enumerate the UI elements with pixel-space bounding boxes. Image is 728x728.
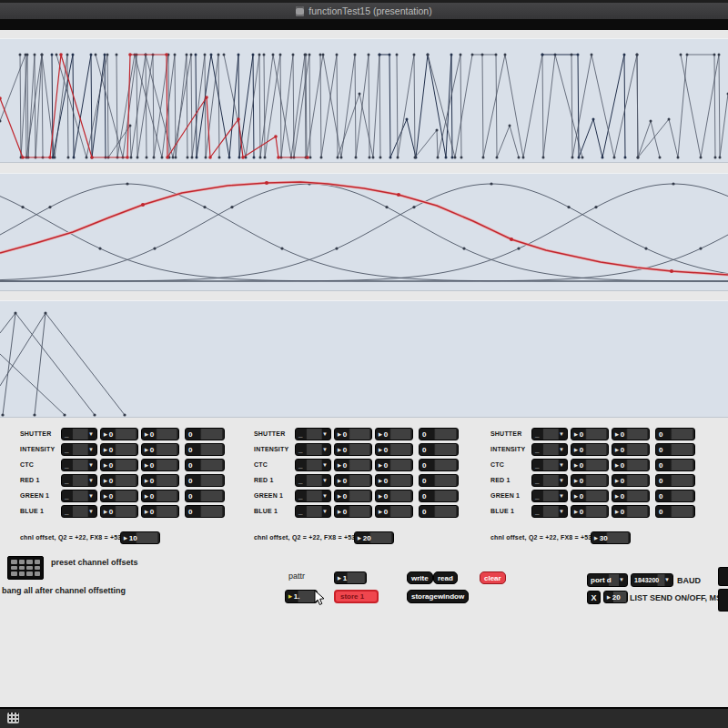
clipped-object[interactable] [718,567,728,586]
channel-numbox[interactable]: 0 [655,505,695,518]
channel-numbox[interactable]: 0 [655,428,695,440]
channel-menu[interactable]: _▼ [295,474,331,487]
store-message[interactable]: store 1 [334,590,379,603]
channel-numbox[interactable]: ▶0 [100,443,138,456]
channel-numbox[interactable]: ▶0 [141,443,179,456]
channel-menu[interactable]: _▼ [61,443,97,456]
chnl-offset-label: chnl offset, Q2 = +22, FX8 = +53 [254,534,355,541]
ramp-function-editor[interactable] [0,300,728,418]
pulse-function-editor[interactable] [0,38,728,163]
channel-numbox[interactable]: ▶0 [141,474,179,487]
channel-numbox[interactable]: ▶0 [375,474,413,487]
chnl-offset-numbox[interactable]: ▶30 [591,531,631,544]
channel-menu[interactable]: _▼ [295,459,331,471]
channel-numbox[interactable]: ▶0 [100,474,138,487]
channel-menu[interactable]: _▼ [61,505,97,518]
channel-numbox[interactable]: ▶0 [612,428,650,440]
baud-menu[interactable]: 1843200 ▼ [631,573,673,587]
chnl-offset-numbox[interactable]: ▶10 [120,531,160,544]
chnl-offset-numbox[interactable]: ▶20 [354,531,394,544]
preset-object[interactable] [7,556,44,580]
channel-numbox[interactable]: 0 [185,459,225,471]
channel-numbox[interactable]: 0 [419,443,459,456]
channel-numbox[interactable]: ▶0 [334,428,372,440]
channel-numbox[interactable]: ▶0 [375,443,413,456]
channel-menu[interactable]: _▼ [295,505,331,518]
channel-numbox[interactable]: ▶0 [141,428,179,440]
channel-menu[interactable]: _▼ [61,474,97,487]
channel-numbox[interactable]: 0 [419,459,459,471]
channel-numbox[interactable]: ▶0 [571,490,609,502]
channel-numbox[interactable]: ▶0 [375,428,413,440]
channel-numbox[interactable]: ▶0 [612,505,650,518]
channel-numbox[interactable]: ▶0 [334,505,372,518]
channel-numbox[interactable]: ▶0 [571,428,609,440]
channel-numbox[interactable]: 0 [655,490,695,502]
curve-function-editor[interactable] [0,173,728,291]
channel-numbox[interactable]: 0 [419,428,459,440]
channel-menu[interactable]: _▼ [531,474,568,487]
storagewindow-button[interactable]: storagewindow [407,590,469,603]
channel-menu[interactable]: _▼ [61,490,97,502]
channel-numbox[interactable]: ▶0 [334,459,372,471]
channel-numbox[interactable]: ▶0 [100,428,138,440]
pattr-slot-numbox[interactable]: ▶ 1 [334,571,367,584]
channel-menu[interactable]: _▼ [61,428,97,440]
channel-numbox[interactable]: 0 [185,443,225,456]
serial-port-menu[interactable]: port d ▼ [587,573,628,587]
channel-numbox[interactable]: ▶0 [100,490,138,502]
channel-menu[interactable]: _▼ [531,505,568,518]
channel-numbox[interactable]: ▶0 [334,474,372,487]
channel-numbox[interactable]: ▶0 [375,490,413,502]
channel-menu[interactable]: _▼ [531,459,568,471]
channel-numbox[interactable]: ▶0 [141,505,179,518]
channel-menu[interactable]: _▼ [295,490,331,502]
pattr-float-numbox[interactable]: ▶ 1. [285,590,318,603]
channel-label: RED 1 [20,477,40,483]
channel-numbox[interactable]: ▶0 [571,459,609,471]
channel-menu[interactable]: _▼ [531,428,568,440]
channel-label: INTENSITY [20,446,55,452]
channel-menu[interactable]: _▼ [531,443,568,456]
channel-menu[interactable]: _▼ [531,490,568,502]
channel-numbox[interactable]: ▶0 [141,459,179,471]
channel-numbox[interactable]: ▶0 [612,490,650,502]
rate-numbox[interactable]: ▶ 20 [603,591,628,603]
channel-numbox[interactable]: ▶0 [375,459,413,471]
channel-numbox[interactable]: ▶0 [612,459,650,471]
channel-numbox[interactable]: 0 [419,474,459,487]
channel-numbox[interactable]: ▶0 [141,490,179,502]
channel-numbox[interactable]: ▶0 [100,459,138,471]
channel-row: SHUTTER_▼▶0▶00 [252,428,470,440]
channel-numbox[interactable]: ▶0 [375,505,413,518]
channel-numbox[interactable]: ▶0 [571,443,609,456]
clipped-object[interactable] [718,589,728,612]
read-button[interactable]: read [433,571,458,584]
channel-label: CTC [490,461,504,468]
numbox-triangle-icon: ▶ [104,448,107,452]
channel-numbox[interactable]: ▶0 [334,443,372,456]
channel-numbox[interactable]: ▶0 [571,505,609,518]
write-button[interactable]: write [407,571,433,584]
channel-numbox[interactable]: 0 [185,474,225,487]
channel-menu[interactable]: _▼ [61,459,97,471]
channel-numbox[interactable]: 0 [185,428,225,440]
window-titlebar[interactable]: functionTest15 (presentation) [0,0,728,19]
channel-numbox[interactable]: ▶0 [100,505,138,518]
channel-numbox[interactable]: ▶0 [571,474,609,487]
channel-numbox[interactable]: 0 [185,505,225,518]
channel-numbox[interactable]: 0 [419,490,459,502]
list-send-toggle[interactable]: X [587,591,601,604]
channel-menu[interactable]: _▼ [295,443,331,456]
channel-numbox[interactable]: 0 [419,505,459,518]
channel-numbox[interactable]: 0 [655,474,695,487]
channel-menu[interactable]: _▼ [295,428,331,440]
channel-numbox[interactable]: ▶0 [612,474,650,487]
channel-numbox[interactable]: 0 [655,443,695,456]
channel-numbox[interactable]: ▶0 [612,443,650,456]
channel-numbox[interactable]: 0 [185,490,225,502]
keyboard-grid-icon[interactable] [7,713,19,723]
clear-button[interactable]: clear [480,571,506,584]
channel-numbox[interactable]: 0 [655,459,695,471]
channel-numbox[interactable]: ▶0 [334,490,372,502]
